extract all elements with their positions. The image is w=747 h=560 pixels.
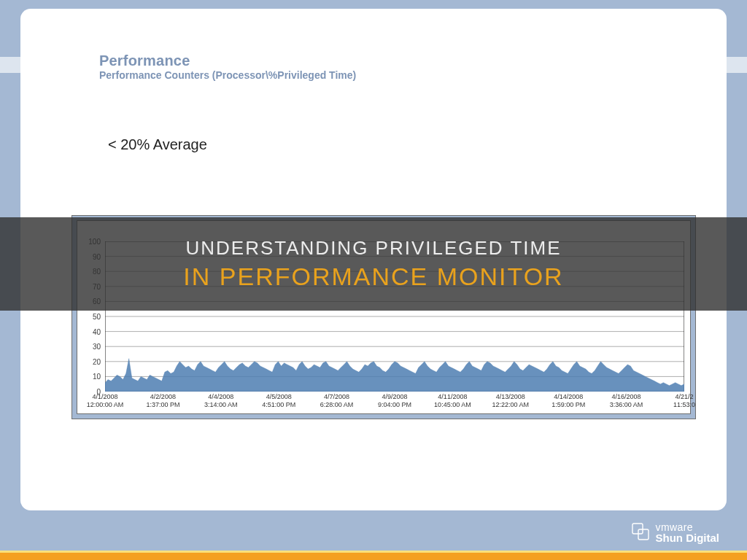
- overlay-title-line2: IN PERFORMANCE MONITOR: [183, 262, 563, 291]
- x-tick-label: 4/4/20083:14:00 AM: [204, 393, 238, 409]
- y-tick-label: 30: [93, 343, 101, 351]
- page-subtitle: Performance Counters (Processor\%Privile…: [99, 69, 356, 81]
- y-tick-label: 20: [93, 357, 101, 365]
- y-tick-label: 10: [93, 373, 101, 381]
- svg-rect-12: [632, 524, 643, 534]
- vmware-logo-icon: [631, 522, 650, 541]
- x-tick-label: 4/13/200812:22:00 AM: [492, 393, 530, 409]
- svg-rect-13: [638, 529, 649, 540]
- brand-block: vmware Shun Digital: [631, 522, 720, 544]
- x-tick-label: 4/21/211:53:0: [673, 393, 695, 409]
- average-text: < 20% Average: [108, 136, 207, 153]
- brand-bottom: Shun Digital: [656, 532, 720, 544]
- x-tick-label: 4/16/20083:36:00 AM: [610, 393, 643, 409]
- x-tick-label: 4/14/20081:59:00 PM: [551, 393, 585, 409]
- overlay-title-line1: UNDERSTANDING PRIVILEGED TIME: [186, 237, 562, 260]
- footer-stripe-orange: [0, 553, 747, 560]
- overlay-band: UNDERSTANDING PRIVILEGED TIME IN PERFORM…: [0, 217, 747, 311]
- x-tick-label: 4/7/20086:28:00 AM: [320, 393, 354, 409]
- x-tick-label: 4/5/20084:51:00 PM: [262, 393, 295, 409]
- x-axis-ticks: 4/1/200812:00:00 AM4/2/20081:37:00 PM4/4…: [105, 392, 684, 413]
- page-title: Performance: [99, 52, 356, 69]
- x-tick-label: 4/11/200810:45:00 AM: [434, 393, 471, 409]
- brand-text: vmware Shun Digital: [656, 522, 720, 544]
- title-block: Performance Performance Counters (Proces…: [99, 52, 356, 81]
- x-tick-label: 4/9/20089:04:00 PM: [378, 393, 411, 409]
- x-tick-label: 4/2/20081:37:00 PM: [146, 393, 179, 409]
- x-tick-label: 4/1/200812:00:00 AM: [87, 393, 124, 409]
- y-tick-label: 50: [93, 313, 101, 321]
- brand-top: vmware: [656, 522, 720, 533]
- y-tick-label: 40: [93, 327, 101, 335]
